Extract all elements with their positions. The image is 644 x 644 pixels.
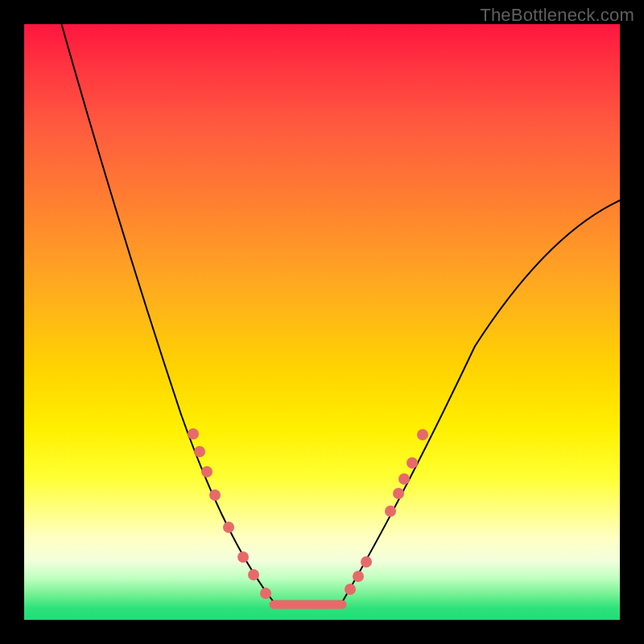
- data-point: [188, 428, 199, 440]
- curve-right: [342, 200, 621, 602]
- data-point: [260, 588, 271, 599]
- data-point: [209, 489, 221, 501]
- chart-root: TheBottleneck.com: [0, 0, 644, 644]
- data-point: [237, 551, 249, 563]
- data-point: [201, 466, 213, 477]
- data-point: [361, 556, 372, 568]
- data-point: [353, 571, 364, 582]
- curve-left: [60, 20, 274, 602]
- plot-area: [24, 24, 620, 620]
- data-point: [194, 446, 205, 457]
- data-point: [417, 429, 428, 440]
- data-point: [393, 488, 404, 499]
- data-point: [398, 473, 410, 485]
- data-point: [345, 584, 356, 595]
- bottleneck-curve: [24, 24, 620, 620]
- data-point: [385, 506, 396, 517]
- watermark-text: TheBottleneck.com: [480, 5, 634, 26]
- data-point: [248, 569, 259, 580]
- data-point: [223, 522, 234, 533]
- data-point: [407, 457, 418, 469]
